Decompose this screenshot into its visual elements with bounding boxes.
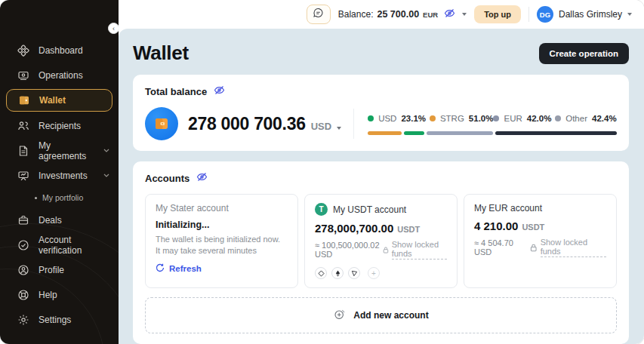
tether-icon: T: [315, 203, 328, 216]
legend-item-eur: EUR 42.0%: [493, 114, 555, 123]
sidebar-item-label: Settings: [39, 315, 71, 325]
sidebar-item-my-portfolio[interactable]: My portfolio: [0, 188, 119, 207]
add-account-icon: [333, 308, 347, 324]
legend-label: EUR: [504, 114, 522, 123]
sidebar-item-label: Deals: [39, 215, 62, 226]
total-amount-currency: USD: [311, 121, 331, 132]
eye-off-icon[interactable]: [444, 8, 455, 20]
lock-icon: [530, 244, 537, 252]
chevron-down-icon: [103, 149, 109, 152]
distribution-bar: [368, 131, 617, 135]
balance-amount: 25 700.00: [377, 9, 419, 20]
legend-item-strg: STRG 51.0%: [430, 114, 494, 123]
operations-icon: [17, 69, 29, 81]
legend-value: 42.0%: [527, 114, 552, 123]
chevron-down-icon[interactable]: [462, 13, 467, 16]
user-name: Dallas Grimsley: [559, 9, 622, 20]
account-amount: 4 210.00: [474, 220, 518, 232]
account-status-line: It may take several minutes: [156, 245, 288, 256]
sidebar-item-recipients[interactable]: Recipients: [0, 113, 119, 138]
legend-value: 51.0%: [469, 114, 494, 123]
refresh-icon: [156, 263, 165, 274]
user-menu[interactable]: DG Dallas Grimsley: [537, 6, 632, 23]
account-card-usdt: T My USDT account 278,000,700.00 USDT ≈ …: [304, 194, 458, 288]
currency-distribution: USD 23.1% STRG 51.0% EUR 4: [368, 112, 617, 135]
investments-icon: [17, 169, 29, 182]
total-balance-card: Total balance: [133, 75, 629, 151]
account-amount: 278,000,700.00: [315, 222, 393, 235]
distribution-bar-segment: [495, 131, 617, 135]
sidebar-subitem-label: My portfolio: [42, 193, 83, 202]
sidebar-item-settings[interactable]: Settings: [0, 307, 119, 332]
sidebar-item-my-agreements[interactable]: My agreements: [0, 138, 119, 163]
create-operation-button[interactable]: Create operation: [539, 43, 629, 64]
balance-label: Balance:: [338, 9, 374, 20]
sidebar-item-label: My agreements: [39, 140, 94, 161]
sidebar-item-label: Recipients: [39, 121, 81, 131]
network-ton-icon[interactable]: [315, 267, 327, 279]
help-icon: [17, 288, 29, 301]
legend-label: Other: [565, 114, 587, 123]
wallet-badge-icon: [145, 107, 178, 140]
top-up-button[interactable]: Top up: [474, 5, 521, 23]
refresh-button[interactable]: Refresh: [156, 263, 288, 274]
chevron-down-icon: [337, 127, 341, 130]
sidebar-item-account-verification[interactable]: Account verification: [0, 232, 119, 257]
sidebar-item-profile[interactable]: Profile: [0, 257, 119, 282]
main-area: Balance: 25 700.00 EUR Top up DG Dallas …: [119, 0, 644, 344]
content-area: Wallet Create operation Total balance: [119, 29, 644, 344]
chevron-down-icon: [627, 13, 632, 16]
account-fiat-equivalent: ≈ 100,500,000.02 USD: [315, 241, 383, 259]
sidebar-item-label: Wallet: [39, 95, 66, 106]
network-ethereum-icon[interactable]: [331, 267, 344, 279]
sidebar-item-label: Operations: [39, 70, 83, 81]
legend-dot: [555, 115, 561, 121]
sidebar-item-help[interactable]: Help: [0, 282, 119, 307]
network-tron-icon[interactable]: [348, 267, 360, 279]
sidebar-item-dashboard[interactable]: Dashboard: [0, 38, 119, 63]
accounts-card: Accounts My Stater account Initializing.…: [133, 161, 629, 344]
profile-icon: [17, 263, 29, 276]
eye-off-icon[interactable]: [214, 85, 225, 97]
header-balance[interactable]: Balance: 25 700.00 EUR: [338, 8, 467, 20]
account-status-line: The wallet is being initialized now.: [156, 234, 288, 245]
account-card-stater: My Stater account Initializing... The wa…: [145, 194, 298, 288]
add-network-button[interactable]: +: [368, 267, 380, 279]
verification-icon: [17, 238, 29, 251]
sidebar-item-wallet[interactable]: Wallet: [6, 89, 112, 112]
total-balance-title: Total balance: [145, 86, 207, 97]
show-locked-funds-link[interactable]: Show locked funds: [383, 240, 447, 260]
sidebar-item-label: Dashboard: [39, 45, 83, 56]
sidebar-item-investments[interactable]: Investments: [0, 163, 119, 188]
agreements-icon: [17, 144, 29, 157]
sidebar-item-operations[interactable]: Operations: [0, 63, 119, 88]
legend-label: USD: [378, 114, 396, 123]
refresh-label: Refresh: [169, 264, 202, 273]
sidebar-item-deals[interactable]: Deals: [0, 207, 119, 232]
lock-icon: [383, 246, 389, 254]
sidebar-item-label: Investments: [39, 170, 88, 181]
balance-currency: EUR: [423, 11, 438, 19]
distribution-bar-segment: [368, 131, 402, 135]
distribution-bar-segment: [427, 131, 493, 135]
account-name: My Stater account: [156, 203, 288, 213]
eye-off-icon[interactable]: [196, 172, 208, 184]
add-new-account-button[interactable]: Add new account: [145, 297, 617, 333]
chat-button[interactable]: [307, 5, 331, 24]
show-locked-funds-link[interactable]: Show locked funds: [530, 238, 606, 257]
legend-dot: [430, 115, 436, 121]
sidebar-item-label: Profile: [39, 265, 64, 275]
legend-item-other: Other 42.4%: [555, 114, 617, 123]
chat-icon: [313, 8, 324, 21]
divider: [528, 7, 529, 22]
legend-item-usd: USD 23.1%: [368, 114, 430, 123]
legend-dot: [493, 115, 499, 121]
account-name: My USDT account: [333, 204, 406, 215]
sidebar-collapse-button[interactable]: ‹: [108, 23, 119, 34]
account-status-title: Initializing...: [156, 220, 288, 230]
recipients-icon: [17, 119, 29, 132]
account-name: My EUR account: [474, 203, 606, 213]
divider: [353, 109, 354, 139]
total-amount-selector[interactable]: 278 000 700.36 USD: [188, 114, 341, 134]
topbar: Balance: 25 700.00 EUR Top up DG Dallas …: [119, 0, 644, 29]
